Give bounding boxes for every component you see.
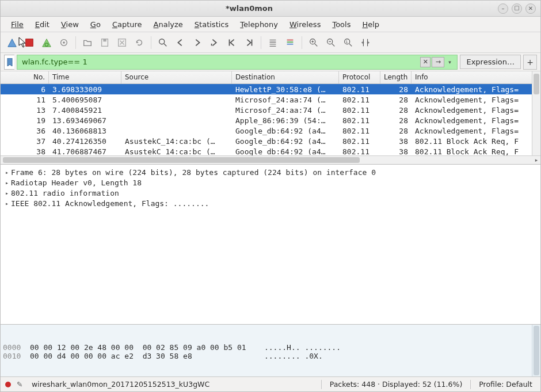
go-forward-icon[interactable] [189, 35, 205, 51]
menu-analyze[interactable]: Analyze [148, 18, 189, 31]
save-file-icon[interactable] [97, 35, 113, 51]
expand-icon[interactable]: ▸ [3, 180, 11, 186]
table-row[interactable]: 1913.693469067Apple_86:96:39 (54:…802.11… [1, 115, 540, 125]
add-filter-button[interactable]: + [523, 55, 537, 70]
filter-history-icon[interactable]: ▾ [445, 57, 454, 67]
status-bar: ✎ wireshark_wlan0mon_20171205152513_kU3g… [1, 376, 540, 391]
autoscroll-icon[interactable] [265, 35, 281, 51]
cell-info: Acknowledgement, Flags= [412, 116, 540, 125]
zoom-reset-icon[interactable]: 1 [340, 35, 356, 51]
packet-details-pane[interactable]: ▸Frame 6: 28 bytes on wire (224 bits), 2… [1, 165, 540, 325]
column-protocol[interactable]: Protocol [339, 71, 380, 83]
hex-scrollbar[interactable] [532, 325, 540, 376]
packet-list-hscrollbar[interactable]: ◂ ▸ [1, 155, 540, 164]
toolbar: 1 [1, 32, 540, 53]
open-file-icon[interactable] [79, 35, 96, 51]
hex-ascii: .....H.. ........ [250, 343, 341, 352]
display-filter-input[interactable] [21, 57, 418, 67]
expression-button[interactable]: Expression… [460, 55, 521, 69]
stop-capture-icon[interactable] [21, 35, 37, 51]
cell-destination: Google_db:64:92 (a4… [232, 137, 339, 146]
find-icon[interactable] [155, 35, 171, 51]
menu-tools[interactable]: Tools [326, 18, 356, 31]
packet-bytes-pane[interactable]: 0000 00 00 12 00 2e 48 00 00 00 02 85 09… [1, 325, 540, 376]
hex-scrollbar-thumb[interactable] [534, 326, 539, 375]
column-no[interactable]: No. [1, 71, 49, 83]
cell-source: AsustekC_14:ca:bc (… [121, 147, 232, 156]
menu-edit[interactable]: Edit [29, 18, 55, 31]
minimize-button[interactable]: – [498, 3, 508, 14]
cell-source: AsustekC_14:ca:bc (… [121, 137, 232, 146]
svg-rect-0 [26, 39, 33, 46]
packet-list-header[interactable]: No. Time Source Destination Protocol Len… [1, 71, 540, 84]
go-first-icon[interactable] [224, 35, 240, 51]
hex-offset: 0000 [3, 343, 21, 352]
menu-telephony[interactable]: Telephony [234, 18, 284, 31]
packet-list-pane: No. Time Source Destination Protocol Len… [1, 71, 540, 165]
go-back-icon[interactable] [172, 35, 188, 51]
cell-destination: Microsof_24:aa:74 (… [232, 96, 339, 104]
start-capture-icon[interactable] [4, 35, 20, 51]
menu-statistics[interactable]: Statistics [189, 18, 234, 31]
resize-columns-icon[interactable] [357, 35, 374, 51]
tree-item[interactable]: ▸Frame 6: 28 bytes on wire (224 bits), 2… [3, 167, 538, 177]
menu-help[interactable]: Help [356, 18, 385, 31]
close-file-icon[interactable] [114, 35, 130, 51]
hscroll-right-icon[interactable]: ▸ [532, 156, 540, 164]
status-profile[interactable]: Profile: Default [475, 380, 536, 389]
filter-bookmark-icon[interactable] [4, 55, 14, 70]
hscroll-thumb[interactable] [3, 157, 360, 163]
edit-capture-comment-icon[interactable]: ✎ [16, 380, 24, 389]
capture-options-icon[interactable] [56, 35, 72, 51]
reload-icon[interactable] [131, 35, 147, 51]
display-filter-field[interactable]: ✕ → ▾ [17, 55, 458, 70]
cell-destination: HewlettP_30:58:e8 (… [232, 85, 339, 94]
packet-list-scrollbar[interactable] [532, 71, 540, 164]
restart-capture-icon[interactable] [39, 35, 55, 51]
table-row[interactable]: 137.400845921Microsof_24:aa:74 (…802.112… [1, 105, 540, 115]
expert-info-icon[interactable] [5, 382, 11, 387]
table-row[interactable]: 3841.706887467AsustekC_14:ca:bc (…Google… [1, 146, 540, 155]
cell-destination: Google_db:64:92 (a4… [232, 147, 339, 156]
menu-wireless[interactable]: Wireless [284, 18, 326, 31]
colorize-icon[interactable] [282, 35, 298, 51]
go-to-packet-icon[interactable] [207, 35, 223, 51]
expand-icon[interactable]: ▸ [3, 200, 11, 207]
tree-item[interactable]: ▸Radiotap Header v0, Length 18 [3, 177, 538, 188]
expand-icon[interactable]: ▸ [3, 190, 11, 196]
scrollbar-thumb[interactable] [534, 74, 539, 94]
apply-filter-icon[interactable]: → [432, 57, 444, 67]
cell-protocol: 802.11 [339, 137, 380, 146]
table-row[interactable]: 3640.136068813Google_db:64:92 (a4…802.11… [1, 125, 540, 136]
maximize-button[interactable]: ☐ [512, 3, 522, 14]
cell-length: 28 [380, 96, 412, 104]
menu-go[interactable]: Go [85, 18, 106, 31]
close-button[interactable]: ✕ [525, 3, 536, 14]
column-time[interactable]: Time [49, 71, 121, 83]
hex-line[interactable]: 0010 00 00 d4 00 00 00 ac e2 d3 30 58 e8… [3, 352, 538, 360]
svg-rect-9 [287, 41, 294, 43]
table-row[interactable]: 63.698333009HewlettP_30:58:e8 (…802.1128… [1, 84, 540, 94]
hex-line[interactable]: 0000 00 00 12 00 2e 48 00 00 00 02 85 09… [3, 343, 538, 352]
column-length[interactable]: Length [380, 71, 412, 83]
column-info[interactable]: Info [412, 71, 540, 83]
menu-file[interactable]: File [5, 18, 29, 31]
menu-capture[interactable]: Capture [106, 18, 148, 31]
tree-item-label: Frame 6: 28 bytes on wire (224 bits), 28… [11, 168, 376, 177]
column-destination[interactable]: Destination [232, 71, 339, 83]
go-last-icon[interactable] [241, 35, 257, 51]
column-source[interactable]: Source [121, 71, 232, 83]
menu-view[interactable]: View [55, 18, 85, 31]
zoom-out-icon[interactable] [323, 35, 339, 51]
packet-list-body[interactable]: 63.698333009HewlettP_30:58:e8 (…802.1128… [1, 84, 540, 155]
cell-no: 38 [1, 147, 49, 156]
expand-icon[interactable]: ▸ [3, 169, 11, 176]
table-row[interactable]: 115.400695087Microsof_24:aa:74 (…802.112… [1, 94, 540, 105]
table-row[interactable]: 3740.274126350AsustekC_14:ca:bc (…Google… [1, 136, 540, 146]
zoom-in-icon[interactable] [306, 35, 322, 51]
tree-item[interactable]: ▸IEEE 802.11 Acknowledgement, Flags: ...… [3, 198, 538, 208]
cell-length: 38 [380, 147, 412, 156]
cell-length: 28 [380, 106, 412, 115]
clear-filter-icon[interactable]: ✕ [420, 57, 430, 67]
tree-item[interactable]: ▸802.11 radio information [3, 188, 538, 198]
